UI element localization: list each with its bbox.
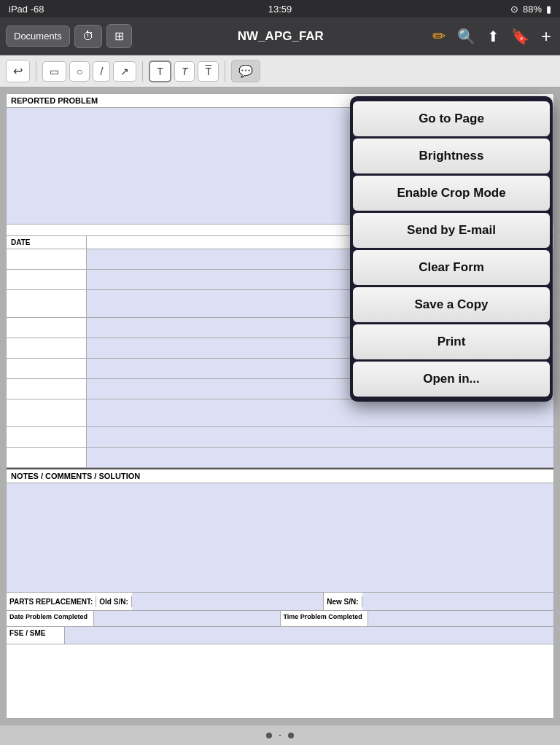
open-in-button[interactable]: Open in...	[353, 362, 550, 397]
date-header: DATE	[7, 236, 87, 249]
parts-row: PARTS REPLACEMENT: Old S/N: New S/N:	[7, 593, 553, 611]
date-cell[interactable]	[7, 338, 87, 358]
note-tool[interactable]: T	[198, 61, 219, 82]
date-cell[interactable]	[7, 249, 87, 269]
date-cell[interactable]	[7, 270, 87, 289]
status-bar: iPad -68 13:59 ⊙ 88% ▮	[0, 0, 560, 17]
pencil-button[interactable]: ✏	[429, 24, 448, 49]
circle-tool[interactable]: ○	[69, 61, 90, 82]
table-row	[7, 399, 553, 427]
fse-row: FSE / SME	[7, 627, 553, 644]
page-indicator: ·	[278, 728, 281, 743]
date-cell[interactable]	[7, 290, 87, 317]
date-cell[interactable]	[7, 379, 87, 399]
text-tool[interactable]: T	[174, 61, 195, 82]
date-cell[interactable]	[7, 399, 87, 426]
device-label: iPad -68	[9, 4, 44, 15]
main-area: REPORTED PROBLEM System Status DATE ACTI…	[0, 87, 560, 725]
fse-value[interactable]	[65, 627, 553, 644]
annotation-toolbar: ↩ ▭ ○ / ↗ T T T 💬	[0, 55, 560, 87]
send-by-email-button[interactable]: Send by E-mail	[353, 213, 550, 248]
undo-button[interactable]: ↩	[6, 60, 30, 82]
status-left: iPad -68	[9, 4, 44, 15]
documents-button[interactable]: Documents	[6, 26, 70, 47]
enable-crop-mode-button[interactable]: Enable Crop Mode	[353, 176, 550, 211]
rectangle-tool[interactable]: ▭	[42, 61, 66, 82]
time-completed-value[interactable]	[368, 611, 554, 626]
new-sn-label: New S/N:	[324, 596, 362, 607]
clear-form-button[interactable]: Clear Form	[353, 250, 550, 285]
separator-2	[142, 61, 143, 82]
separator-3	[225, 61, 225, 82]
date-cell[interactable]	[7, 318, 87, 338]
parts-label: PARTS REPLACEMENT:	[7, 596, 96, 607]
share-button[interactable]: ⬆	[484, 25, 502, 48]
time-completed-label: Time Problem Completed	[281, 611, 368, 626]
date-cell[interactable]	[7, 427, 87, 447]
line-tool[interactable]: /	[93, 61, 110, 82]
action-cell[interactable]	[87, 427, 553, 447]
separator-1	[36, 61, 36, 82]
toolbar-right-buttons: ✏ 🔍 ⬆ 🔖 +	[429, 23, 554, 50]
wifi-icon: ⊙	[510, 4, 518, 15]
table-row	[7, 448, 553, 468]
main-toolbar: Documents ⏱ ⊞ NW_APG_FAR ✏ 🔍 ⬆ 🔖 +	[0, 17, 560, 55]
status-right: ⊙ 88% ▮	[510, 4, 551, 15]
table-row	[7, 427, 553, 448]
date-cell[interactable]	[7, 359, 87, 378]
bottom-bar: ·	[0, 725, 560, 745]
save-a-copy-button[interactable]: Save a Copy	[353, 287, 550, 322]
date-completed-label: Date Problem Completed	[7, 611, 94, 626]
fse-label: FSE / SME	[7, 627, 65, 644]
add-button[interactable]: +	[538, 23, 554, 50]
history-button[interactable]: ⏱	[74, 25, 102, 48]
action-cell[interactable]	[87, 399, 553, 426]
battery-icon: ▮	[546, 4, 551, 15]
page-dot-1	[266, 733, 272, 738]
dropdown-menu: Go to Page Brightness Enable Crop Mode S…	[350, 96, 553, 402]
document-title: NW_APG_FAR	[136, 29, 425, 44]
action-cell[interactable]	[87, 448, 553, 467]
grid-button[interactable]: ⊞	[106, 24, 132, 48]
bubble-button[interactable]: 💬	[231, 60, 260, 82]
textbox-tool[interactable]: T	[149, 61, 171, 82]
page-dot-2	[288, 733, 294, 738]
notes-title: NOTES / COMMENTS / SOLUTION	[7, 468, 553, 483]
new-sn-value[interactable]	[362, 593, 553, 610]
print-button[interactable]: Print	[353, 324, 550, 359]
bookmark-button[interactable]: 🔖	[508, 25, 532, 48]
brightness-button[interactable]: Brightness	[353, 139, 550, 173]
old-sn-label: Old S/N:	[96, 596, 131, 607]
date-completed-value[interactable]	[94, 611, 281, 626]
date-cell[interactable]	[7, 448, 87, 467]
go-to-page-button[interactable]: Go to Page	[353, 101, 550, 136]
battery-label: 88%	[523, 4, 542, 15]
status-time: 13:59	[268, 4, 292, 15]
notes-textarea[interactable]	[7, 483, 553, 593]
search-button[interactable]: 🔍	[454, 25, 478, 48]
date-completed-row: Date Problem Completed Time Problem Comp…	[7, 611, 553, 627]
old-sn-value[interactable]	[132, 593, 324, 610]
arrow-tool[interactable]: ↗	[113, 61, 136, 82]
